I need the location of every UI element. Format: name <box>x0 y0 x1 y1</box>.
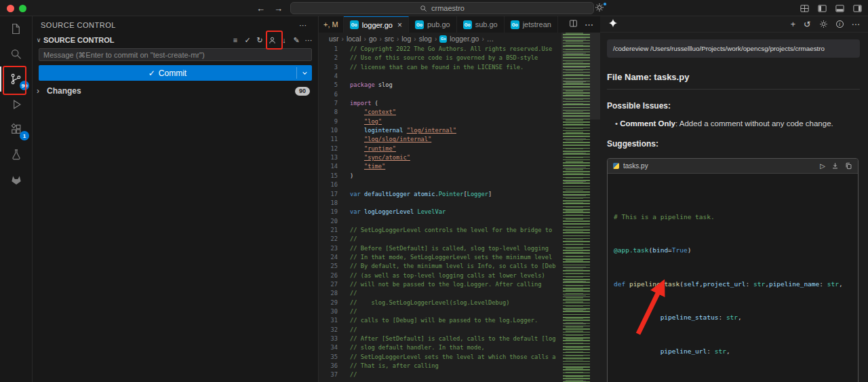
line-number: 35 <box>319 353 338 362</box>
activity-gitlab-icon[interactable] <box>0 167 32 192</box>
activity-testing-icon[interactable] <box>0 142 32 167</box>
breadcrumb-separator: › <box>397 35 399 43</box>
breadcrumb-item[interactable]: usr <box>329 35 339 43</box>
line-number: 30 <box>319 307 338 316</box>
back-icon[interactable]: ← <box>256 3 265 14</box>
edit-icon[interactable]: ✎ <box>291 35 302 45</box>
line-number: 2 <box>319 54 338 62</box>
possible-issues-heading: Possible Issues: <box>607 101 860 111</box>
line-number: 8 <box>319 108 338 117</box>
close-window-button[interactable] <box>7 5 14 12</box>
breadcrumb-item[interactable]: logger.go <box>450 35 479 43</box>
breadcrumb-separator: › <box>364 35 366 43</box>
source-control-section-header[interactable]: ∨ SOURCE CONTROL ≡ ✓ ↻ ↓ ✎ ⋯ <box>33 34 318 46</box>
line-content: "runtime" <box>338 145 561 153</box>
forward-icon[interactable]: → <box>274 3 283 14</box>
line-number: 13 <box>319 153 338 162</box>
code-block-line: @app.task(bind=True) <box>614 246 852 254</box>
line-content: // calls to [Debug] will be passed to th… <box>338 316 561 325</box>
toggle-secondary-sidebar-icon[interactable] <box>852 3 863 14</box>
section-chevron-icon[interactable]: ∨ <box>34 37 43 43</box>
breadcrumb-item[interactable]: log <box>401 35 411 43</box>
history-icon[interactable]: ↺ <box>804 19 810 29</box>
command-center-search[interactable]: crmaestro <box>290 2 594 14</box>
activity-run-debug-icon[interactable] <box>0 92 32 117</box>
activity-source-control-icon[interactable]: 90 <box>0 66 32 92</box>
line-content: // will not be passed to the log.Logger.… <box>338 280 561 289</box>
close-tab-icon[interactable]: × <box>397 20 402 30</box>
breadcrumb-item[interactable]: … <box>487 35 494 43</box>
line-number: 28 <box>319 289 338 298</box>
zoom-window-button[interactable] <box>19 5 26 12</box>
tab-pub-go[interactable]: Go pub.go <box>409 16 457 33</box>
tab-label: +, M <box>323 20 338 28</box>
scm-more-actions-icon[interactable]: ⋯ <box>303 35 314 45</box>
section-title: SOURCE CONTROL <box>43 36 115 44</box>
activity-extensions-icon[interactable]: 1 <box>0 117 32 142</box>
toggle-primary-sidebar-icon[interactable] <box>817 3 827 14</box>
minimap[interactable] <box>561 33 600 382</box>
breadcrumb-separator: › <box>414 35 416 43</box>
line-content: loginternal "log/internal" <box>338 126 561 135</box>
commit-dropdown-chevron[interactable] <box>297 65 312 81</box>
breadcrumb-item[interactable]: slog <box>419 35 432 43</box>
tab-partial-modified[interactable]: +, M <box>319 16 344 33</box>
activity-explorer-icon[interactable] <box>0 16 32 41</box>
toggle-panel-icon[interactable] <box>835 3 845 14</box>
code-line: 26 // (as well as top-level logging call… <box>319 271 561 280</box>
code-line: 21 // SetLogLoggerLevel controls the lev… <box>319 226 561 235</box>
panel-more-actions-icon[interactable]: ⋯ <box>852 19 861 29</box>
code-line: 2 // Use of this source code is governed… <box>319 54 561 62</box>
sidebar-more-actions-icon[interactable]: ⋯ <box>298 20 309 31</box>
line-number: 12 <box>319 145 338 153</box>
changes-section-row[interactable]: › Changes 90 <box>33 84 318 98</box>
person-add-icon[interactable] <box>267 35 277 45</box>
code-line: 24 // In that mode, SetLogLoggerLevel se… <box>319 253 561 262</box>
tab-jetstrean[interactable]: Go jetstrean <box>505 16 558 33</box>
breadcrumb-item[interactable]: go <box>369 35 377 43</box>
split-editor-icon[interactable] <box>569 19 578 30</box>
line-number: 26 <box>319 271 338 280</box>
changes-chevron-icon[interactable]: › <box>37 86 45 96</box>
minimap-slider[interactable] <box>561 33 600 119</box>
activity-search-icon[interactable] <box>0 41 32 66</box>
editor-more-actions-icon[interactable]: ⋯ <box>585 20 593 30</box>
commit-check-glyph: ✓ <box>149 69 155 78</box>
insert-at-cursor-icon[interactable] <box>831 162 839 170</box>
issue-item: • Comment Only: Added a comment without … <box>607 119 860 128</box>
code-line: 23 // Before [SetDefault] is called, slo… <box>319 244 561 253</box>
tab-logger-go[interactable]: Go logger.go × <box>344 16 409 33</box>
line-number: 24 <box>319 253 338 262</box>
line-number: 10 <box>319 126 338 135</box>
line-content <box>338 199 561 208</box>
breadcrumb-item[interactable]: src <box>384 35 394 43</box>
line-content <box>338 90 561 99</box>
line-number: 21 <box>319 226 338 235</box>
line-content: // (as well as top-level logging calls a… <box>338 271 561 280</box>
line-content: var defaultLogger atomic.Pointer[Logger] <box>338 190 561 199</box>
suggestion-code-block: tasks.py ▷ # This is a pipeline task. @a… <box>607 158 859 382</box>
commit-check-icon[interactable]: ✓ <box>242 35 253 45</box>
view-as-list-icon[interactable]: ≡ <box>230 35 241 45</box>
run-code-icon[interactable]: ▷ <box>820 162 825 170</box>
line-content: var logLoggerLevel LevelVar <box>338 208 561 216</box>
refresh-icon[interactable]: ↻ <box>254 35 265 45</box>
commit-message-input[interactable] <box>39 48 312 61</box>
breadcrumb-item[interactable]: local <box>347 35 361 43</box>
line-number: 4 <box>319 72 338 81</box>
source-control-sidebar: SOURCE CONTROL ⋯ ∨ SOURCE CONTROL ≡ ✓ ↻ … <box>33 16 319 382</box>
account-icon[interactable] <box>595 3 607 14</box>
stash-icon[interactable]: ↓ <box>279 35 290 45</box>
settings-gear-icon[interactable] <box>819 20 828 28</box>
line-content: // Use of this source code is governed b… <box>338 54 561 62</box>
tab-sub-go[interactable]: Go sub.go <box>457 16 505 33</box>
customize-layout-icon[interactable] <box>800 3 810 14</box>
info-icon[interactable]: i <box>836 20 844 28</box>
copy-code-icon[interactable] <box>845 162 852 170</box>
line-number: 16 <box>319 180 338 189</box>
commit-button[interactable]: ✓ Commit <box>39 65 312 81</box>
commit-button-main[interactable]: ✓ Commit <box>39 65 296 81</box>
new-chat-icon[interactable]: + <box>791 20 795 29</box>
line-number: 22 <box>319 235 338 244</box>
code-editor[interactable]: 1 // Copyright 2022 The Go Authors. All … <box>319 45 561 382</box>
